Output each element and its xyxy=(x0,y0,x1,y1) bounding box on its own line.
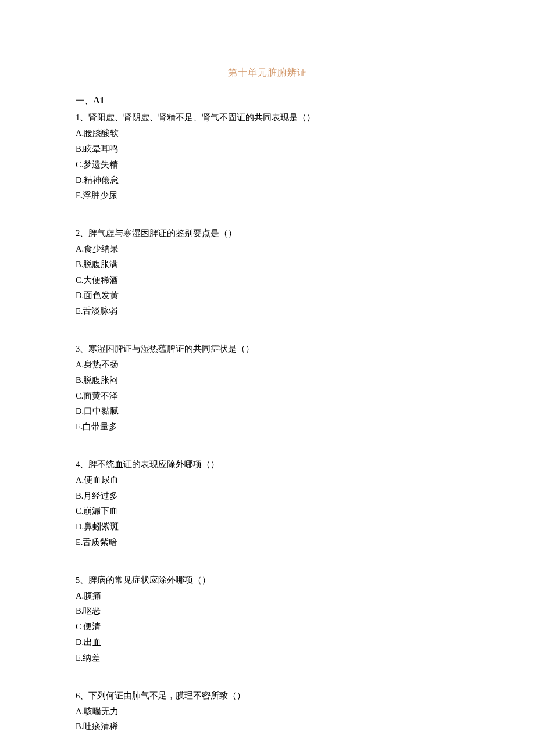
option-c: C.梦遗失精 xyxy=(76,157,459,173)
question-block: 2、脾气虚与寒湿困脾证的鉴别要点是（） A.食少纳呆 B.脱腹胀满 C.大便稀酒… xyxy=(76,225,459,319)
option-b: B.吐痰清稀 xyxy=(76,719,459,734)
question-number: 6、 xyxy=(76,691,88,700)
option-b: B.脱腹胀满 xyxy=(76,257,459,273)
option-c: C.崩漏下血 xyxy=(76,503,459,519)
question-text: 1、肾阳虚、肾阴虚、肾精不足、肾气不固证的共同表现是（） xyxy=(76,110,459,126)
option-e: E.白带量多 xyxy=(76,419,459,435)
question-text: 2、脾气虚与寒湿困脾证的鉴别要点是（） xyxy=(76,225,459,241)
option-d: D.口中黏腻 xyxy=(76,403,459,419)
option-e: E.舌质紫暗 xyxy=(76,535,459,550)
question-block: 3、寒湿困脾证与湿热蕴脾证的共同症状是（） A.身热不扬 B.脱腹胀闷 C.面黄… xyxy=(76,341,459,435)
option-a: A.腹痛 xyxy=(76,588,459,604)
question-text: 4、脾不统血证的表现应除外哪项（） xyxy=(76,457,459,472)
option-a: A.便血尿血 xyxy=(76,472,459,488)
option-a: A.食少纳呆 xyxy=(76,241,459,257)
question-number: 3、 xyxy=(76,344,88,353)
option-d: D.出血 xyxy=(76,635,459,650)
option-b: B.呕恶 xyxy=(76,603,459,619)
option-c: C 便清 xyxy=(76,619,459,635)
question-stem: 下列何证由肺气不足，膜理不密所致（） xyxy=(88,691,245,700)
option-d: D.鼻蚓紫斑 xyxy=(76,519,459,535)
section-header: 一、A1 xyxy=(76,92,459,109)
question-stem: 肾阳虚、肾阴虚、肾精不足、肾气不固证的共同表现是（） xyxy=(88,113,315,122)
option-e: E.舌淡脉弱 xyxy=(76,303,459,319)
question-stem: 寒湿困脾证与湿热蕴脾证的共同症状是（） xyxy=(88,344,254,353)
question-number: 5、 xyxy=(76,575,88,585)
question-stem: 脾病的常见症状应除外哪项（） xyxy=(88,575,211,585)
option-e: E.纳差 xyxy=(76,650,459,666)
section-label: A1 xyxy=(93,95,105,105)
section-prefix: 一、 xyxy=(76,96,93,105)
option-d: D.面色发黄 xyxy=(76,288,459,303)
option-b: B.眩晕耳鸣 xyxy=(76,141,459,157)
question-block: 1、肾阳虚、肾阴虚、肾精不足、肾气不固证的共同表现是（） A.腰膝酸软 B.眩晕… xyxy=(76,110,459,203)
option-c: C.面黄不泽 xyxy=(76,388,459,404)
option-c: C.大便稀酒 xyxy=(76,273,459,288)
question-block: 5、脾病的常见症状应除外哪项（） A.腹痛 B.呕恶 C 便清 D.出血 E.纳… xyxy=(76,572,459,666)
question-number: 1、 xyxy=(76,113,88,122)
option-a: A.腰膝酸软 xyxy=(76,126,459,141)
option-a: A.咳喘无力 xyxy=(76,704,459,719)
option-d: D.精神倦怠 xyxy=(76,173,459,188)
question-stem: 脾不统血证的表现应除外哪项（） xyxy=(88,460,219,469)
question-text: 5、脾病的常见症状应除外哪项（） xyxy=(76,572,459,588)
question-stem: 脾气虚与寒湿困脾证的鉴别要点是（） xyxy=(88,228,237,238)
question-text: 3、寒湿困脾证与湿热蕴脾证的共同症状是（） xyxy=(76,341,459,357)
option-a: A.身热不扬 xyxy=(76,357,459,372)
question-number: 4、 xyxy=(76,460,88,469)
page-title: 第十单元脏腑辨证 xyxy=(76,64,459,81)
question-block: 6、下列何证由肺气不足，膜理不密所致（） A.咳喘无力 B.吐痰清稀 xyxy=(76,688,459,734)
question-text: 6、下列何证由肺气不足，膜理不密所致（） xyxy=(76,688,459,704)
option-b: B.月经过多 xyxy=(76,488,459,504)
question-block: 4、脾不统血证的表现应除外哪项（） A.便血尿血 B.月经过多 C.崩漏下血 D… xyxy=(76,457,459,550)
option-e: E.浮肿少尿 xyxy=(76,188,459,203)
option-b: B.脱腹胀闷 xyxy=(76,372,459,388)
question-number: 2、 xyxy=(76,228,88,238)
